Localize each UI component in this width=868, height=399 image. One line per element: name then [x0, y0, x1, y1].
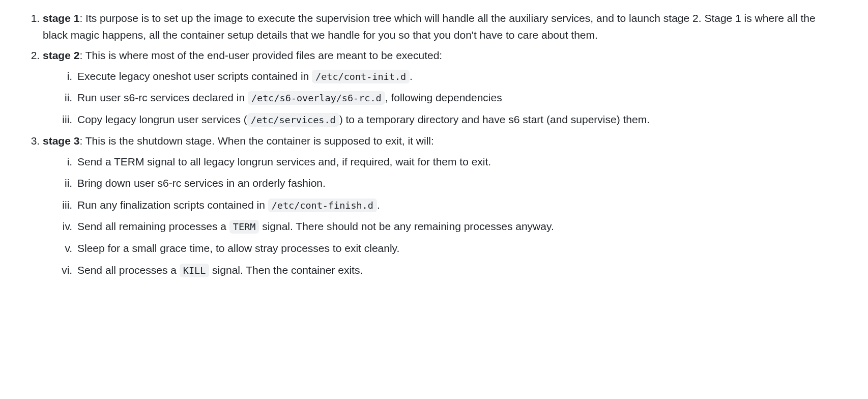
stage-1-label: stage 1 — [43, 12, 79, 24]
text: Run any finalization scripts contained i… — [77, 199, 268, 211]
stage-3-step-6: Send all processes a KILL signal. Then t… — [75, 262, 840, 279]
stage-3-step-3: Run any finalization scripts contained i… — [75, 197, 840, 214]
stage-2-step-3: Copy legacy longrun user services (/etc/… — [75, 111, 840, 128]
stage-3-sublist: Send a TERM signal to all legacy longrun… — [43, 154, 840, 278]
stage-3-item: stage 3: This is the shutdown stage. Whe… — [43, 133, 840, 278]
text: Send all remaining processes a — [77, 220, 229, 232]
stage-2-sublist: Execute legacy oneshot user scripts cont… — [43, 68, 840, 128]
stages-list: stage 1: Its purpose is to set up the im… — [25, 10, 840, 278]
stage-3-label: stage 3 — [43, 135, 79, 147]
text: Sleep for a small grace time, to allow s… — [77, 242, 399, 254]
document-body: stage 1: Its purpose is to set up the im… — [0, 0, 865, 289]
stage-1-item: stage 1: Its purpose is to set up the im… — [43, 10, 840, 43]
stage-2-label: stage 2 — [43, 49, 79, 61]
code-path: /etc/cont-finish.d — [268, 198, 377, 212]
text: . — [377, 199, 380, 211]
text: signal. There should not be any remainin… — [259, 220, 554, 232]
stage-3-step-1: Send a TERM signal to all legacy longrun… — [75, 154, 840, 170]
text: Run user s6-rc services declared in — [77, 92, 248, 103]
stage-2-step-2: Run user s6-rc services declared in /etc… — [75, 90, 840, 106]
stage-1-desc: : Its purpose is to set up the image to … — [43, 12, 816, 41]
stage-3-desc: : This is the shutdown stage. When the c… — [79, 135, 433, 147]
stage-2-desc: : This is where most of the end-user pro… — [79, 49, 442, 61]
text: Send all processes a — [77, 264, 180, 276]
stage-2-item: stage 2: This is where most of the end-u… — [43, 47, 840, 128]
code-path: /etc/s6-overlay/s6-rc.d — [248, 91, 385, 105]
code-signal: TERM — [229, 220, 259, 234]
code-path: /etc/cont-init.d — [312, 70, 410, 83]
stage-3-step-5: Sleep for a small grace time, to allow s… — [75, 240, 840, 257]
text: . — [410, 70, 413, 82]
code-path: /etc/services.d — [247, 113, 339, 127]
text: Send a TERM signal to all legacy longrun… — [77, 156, 491, 167]
text: Bring down user s6-rc services in an ord… — [77, 177, 326, 189]
text: signal. Then the container exits. — [209, 264, 363, 276]
code-signal: KILL — [180, 264, 209, 277]
stage-3-step-2: Bring down user s6-rc services in an ord… — [75, 175, 840, 192]
text: Execute legacy oneshot user scripts cont… — [77, 70, 312, 82]
stage-2-step-1: Execute legacy oneshot user scripts cont… — [75, 68, 840, 85]
text: , following dependencies — [385, 92, 502, 103]
text: Copy legacy longrun user services ( — [77, 113, 247, 125]
stage-3-step-4: Send all remaining processes a TERM sign… — [75, 218, 840, 235]
text: ) to a temporary directory and have s6 s… — [339, 113, 650, 125]
